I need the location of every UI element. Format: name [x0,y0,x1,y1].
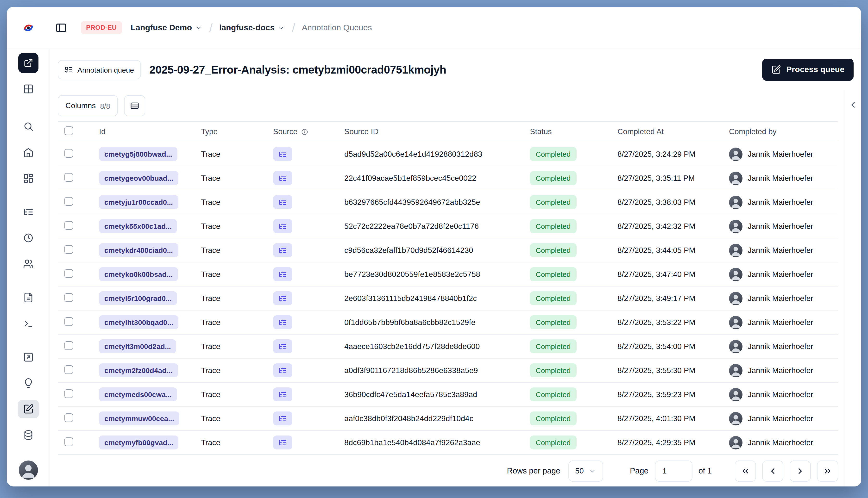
row-type: Trace [201,414,273,423]
row-completed-at: 8/27/2025, 3:24:29 PM [618,150,729,158]
row-id-link[interactable]: cmetyju1r00ccad0... [99,195,178,209]
columns-count: 8/8 [100,102,110,110]
row-id-link[interactable]: cmetymeds00cwa... [99,388,177,402]
row-checkbox[interactable] [64,221,73,230]
row-avatar [729,171,742,185]
row-type: Trace [201,174,273,182]
project-switcher[interactable]: langfuse-docs [219,23,285,32]
row-completed-at: 8/27/2025, 3:38:03 PM [618,198,729,207]
row-type: Trace [201,270,273,278]
table-row: cmetyg5j800bwad... Trace d5ad9d52a00c6e1… [58,142,838,166]
search-icon[interactable] [7,114,50,140]
status-badge: Completed [530,435,576,449]
row-id-link[interactable]: cmetyko0k00bsad... [99,267,178,281]
row-checkbox[interactable] [64,293,73,302]
content: Annotation queue 2025-09-27_Error-Analys… [50,49,861,486]
previous-page-icon[interactable] [762,460,783,482]
scores-file-icon[interactable] [7,285,50,311]
row-checkbox[interactable] [64,437,73,446]
trace-source-icon[interactable] [273,147,293,161]
row-checkbox[interactable] [64,269,73,278]
row-id-link[interactable]: cmetylt3m00d2ad... [99,339,176,353]
app-window: PROD-EU Langfuse Demo / langfuse-docs / … [7,7,861,486]
annotation-queues-icon[interactable] [7,396,50,422]
rows-per-page-select[interactable]: 50 [568,460,603,482]
row-avatar [729,220,742,233]
row-completed-by: Jannik Maierhoefer [748,222,813,231]
trace-source-icon[interactable] [273,267,293,281]
process-queue-button[interactable]: Process queue [762,58,854,81]
column-header-type: Type [201,127,273,136]
row-id-link[interactable]: cmetyl5r100grad0... [99,291,177,305]
process-queue-label: Process queue [786,65,844,75]
row-checkbox[interactable] [64,197,73,206]
trace-source-icon[interactable] [273,291,293,305]
row-checkbox[interactable] [64,317,73,326]
row-id-link[interactable]: cmetymyfb00gvad... [99,435,179,449]
traces-icon[interactable] [7,199,50,225]
last-page-icon[interactable] [817,460,838,482]
next-page-icon[interactable] [790,460,811,482]
org-switcher[interactable]: Langfuse Demo [131,23,203,32]
row-id-link[interactable]: cmetylht300bqad0... [99,315,179,329]
sessions-clock-icon[interactable] [7,225,50,251]
page-number-input[interactable] [655,460,693,482]
columns-button[interactable]: Columns 8/8 [58,95,118,116]
row-checkbox[interactable] [64,245,73,253]
status-badge: Completed [530,219,576,233]
trace-source-icon[interactable] [273,388,293,402]
trace-source-icon[interactable] [273,411,293,425]
home-icon[interactable] [7,140,50,165]
page-title: 2025-09-27_Error-Analysis: cmetybzmi00cr… [149,63,446,76]
column-header-completed-by: Completed by [729,127,838,136]
playground-icon[interactable] [7,344,50,370]
row-checkbox[interactable] [64,341,73,350]
collapse-panel-icon[interactable] [846,98,859,112]
row-id-link[interactable]: cmetymmuw00cea... [99,411,179,425]
row-completed-at: 8/27/2025, 3:54:00 PM [618,342,729,351]
row-id-link[interactable]: cmetygeov00buad... [99,171,179,185]
user-avatar[interactable] [18,460,38,480]
select-all-checkbox[interactable] [64,127,73,135]
evaluation-lightbulb-icon[interactable] [7,370,50,396]
breadcrumb-separator: / [292,21,295,34]
sidebar-toggle-icon[interactable] [53,19,69,36]
dashboard-icon[interactable] [7,165,50,191]
table-header: Id Type Source Source ID Status Complete… [58,121,838,142]
row-source-id: 8dc69b1ba1e540b4d084a7f9262a3aae [344,438,530,447]
trace-source-icon[interactable] [273,339,293,353]
row-id-link[interactable]: cmetykdr400ciad0... [99,243,178,257]
row-checkbox[interactable] [64,149,73,157]
row-type: Trace [201,318,273,327]
row-id-link[interactable]: cmetyk55x00c1ad... [99,219,177,233]
users-icon[interactable] [7,251,50,277]
trace-source-icon[interactable] [273,195,293,209]
grid-icon[interactable] [7,76,50,102]
prompts-terminal-icon[interactable] [7,311,50,337]
trace-source-icon[interactable] [273,363,293,377]
status-badge: Completed [530,243,576,257]
row-completed-at: 8/27/2025, 3:35:11 PM [618,174,729,182]
trace-source-icon[interactable] [273,243,293,257]
row-checkbox[interactable] [64,413,73,422]
row-checkbox[interactable] [64,389,73,398]
status-badge: Completed [530,291,576,305]
trace-source-icon[interactable] [273,219,293,233]
row-height-icon[interactable] [124,95,145,116]
row-type: Trace [201,198,273,207]
trace-source-icon[interactable] [273,171,293,185]
trace-source-icon[interactable] [273,435,293,449]
first-page-icon[interactable] [735,460,756,482]
table-row: cmetyk55x00c1ad... Trace 52c72c2222ea78e… [58,214,838,238]
desktop: PROD-EU Langfuse Demo / langfuse-docs / … [0,0,868,498]
datasets-database-icon[interactable] [7,422,50,448]
row-checkbox[interactable] [64,173,73,182]
row-checkbox[interactable] [64,365,73,374]
trace-source-icon[interactable] [273,315,293,329]
external-link-icon[interactable] [18,53,38,73]
row-completed-by: Jannik Maierhoefer [748,198,813,207]
info-icon[interactable] [301,128,308,135]
row-type: Trace [201,294,273,303]
row-id-link[interactable]: cmetyg5j800bwad... [99,147,178,161]
row-id-link[interactable]: cmetym2fz00d4ad... [99,363,178,377]
